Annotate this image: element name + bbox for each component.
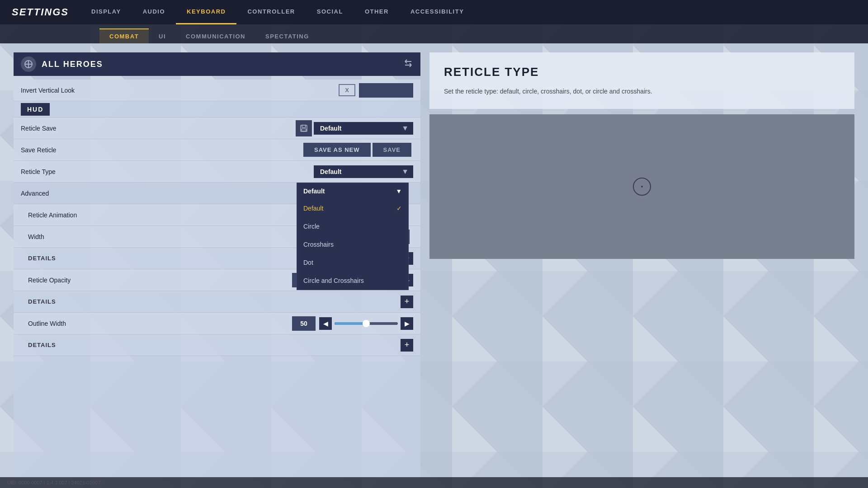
outline-width-increase[interactable]: ▶ [401,317,413,330]
dropdown-option-crosshairs[interactable]: Crosshairs [297,235,408,253]
hero-selector-title: ALL HEROES [42,60,398,69]
reticle-circle-visual [633,178,651,196]
hero-selector[interactable]: ALL HEROES [14,52,420,76]
dropdown-option-dot-label: Dot [303,259,313,266]
details-label-2: DETAILS [28,298,56,305]
outline-width-input[interactable] [292,316,316,331]
app-title: SETTINGS [5,3,76,22]
tab-spectating[interactable]: SPECTATING [255,28,319,43]
sub-nav: COMBAT UI COMMUNICATION SPECTATING [0,24,868,43]
nav-items: DISPLAY AUDIO KEYBOARD CONTROLLER SOCIAL… [80,0,475,24]
reticle-type-dropdown-menu: Default ▼ Default ✓ Circle Crosshairs Do [297,183,409,290]
reticle-type-label: Reticle Type [21,168,314,175]
invert-x-button[interactable]: X [339,84,355,96]
outline-width-decrease[interactable]: ◀ [319,317,332,330]
dropdown-option-default-label: Default [303,205,323,212]
dropdown-header-arrow: ▼ [396,188,402,195]
nav-item-audio[interactable]: AUDIO [132,0,176,24]
svg-rect-5 [302,129,306,131]
nav-item-other[interactable]: OTHER [354,0,400,24]
save-reticle-label: Save Reticle [21,146,303,154]
invert-vertical-look-label: Invert Vertical Look [21,87,339,94]
main-content: ALL HEROES Invert Vertical Look X HUD Re… [0,43,868,488]
outline-width-track[interactable] [335,322,398,325]
reticle-preview [429,114,854,259]
hud-label: HUD [21,103,50,116]
top-nav: SETTINGS DISPLAY AUDIO KEYBOARD CONTROLL… [0,0,868,24]
outline-width-fill [335,322,366,325]
reticle-type-description: Set the reticle type: default, circle, c… [444,86,840,96]
invert-vertical-look-row: Invert Vertical Look X [14,80,420,101]
dropdown-option-circle[interactable]: Circle [297,217,408,235]
details-plus-button-3[interactable]: + [401,339,413,352]
save-button[interactable]: SAVE [373,143,411,157]
outline-width-row: Outline Width ◀ ▶ [14,313,420,334]
hud-row: HUD [14,101,420,117]
status-bar: UID: 0000-0007 | 1.4.3.007 | 24021-01007 [0,477,868,488]
details-row-3: DETAILS + [14,334,420,356]
tab-ui[interactable]: UI [149,28,176,43]
dropdown-option-circle-label: Circle [303,223,320,230]
svg-rect-4 [302,125,306,127]
dropdown-option-circle-crosshairs[interactable]: Circle and Crosshairs [297,272,408,290]
reticle-info-panel: RETICLE TYPE Set the reticle type: defau… [429,52,854,109]
reticle-type-dropdown-value[interactable]: Default [314,165,413,178]
save-as-new-button[interactable]: SAVE AS NEW [303,143,371,157]
nav-item-display[interactable]: DISPLAY [80,0,132,24]
nav-item-keyboard[interactable]: KEYBOARD [176,0,236,24]
details-label-3: DETAILS [28,342,56,348]
reticle-type-dropdown-container[interactable]: Default ▼ [314,165,413,178]
outline-width-label: Outline Width [28,320,292,327]
tab-communication[interactable]: COMMUNICATION [176,28,255,43]
nav-item-social[interactable]: SOCIAL [306,0,354,24]
settings-container: Invert Vertical Look X HUD Reticle Save [14,80,420,479]
dropdown-option-circle-crosshairs-label: Circle and Crosshairs [303,277,364,284]
nav-item-accessibility[interactable]: ACCESSIBILITY [400,0,475,24]
hero-swap-icon[interactable] [403,58,413,70]
reticle-save-dropdown[interactable]: Default [314,122,413,135]
outline-width-slider-container: ◀ ▶ [319,317,413,330]
reticle-type-title: RETICLE TYPE [444,65,840,79]
reticle-save-label: Reticle Save [21,125,296,132]
reticle-save-row: Reticle Save Default ▼ [14,117,420,139]
dropdown-check-icon: ✓ [396,205,402,212]
outline-width-thumb[interactable] [363,320,370,327]
right-panel: RETICLE TYPE Set the reticle type: defau… [429,52,854,479]
dropdown-current-value: Default [303,188,325,195]
reticle-save-icon [296,120,312,136]
reticle-save-dropdown-container[interactable]: Default ▼ [314,122,413,135]
reticle-opacity-label: Reticle Opacity [28,277,292,284]
details-row-2: DETAILS + [14,291,420,313]
dropdown-menu-header: Default ▼ [297,183,408,199]
status-text: UID: 0000-0007 | 1.4.3.007 | 24021-01007 [7,480,100,485]
dropdown-option-dot[interactable]: Dot [297,253,408,272]
reticle-dot-visual [641,186,643,188]
left-panel: ALL HEROES Invert Vertical Look X HUD Re… [14,52,420,479]
tab-combat[interactable]: COMBAT [99,28,149,43]
save-reticle-row: Save Reticle SAVE AS NEW SAVE [14,139,420,161]
reticle-type-row: Reticle Type Default ▼ Default ▼ Default… [14,161,420,183]
dropdown-option-crosshairs-label: Crosshairs [303,241,334,248]
details-plus-button-2[interactable]: + [401,296,413,308]
details-label-1: DETAILS [28,255,56,262]
hero-icon [21,56,36,72]
dropdown-option-default[interactable]: Default ✓ [297,199,408,217]
nav-item-controller[interactable]: CONTROLLER [236,0,306,24]
invert-toggle[interactable] [359,83,413,98]
